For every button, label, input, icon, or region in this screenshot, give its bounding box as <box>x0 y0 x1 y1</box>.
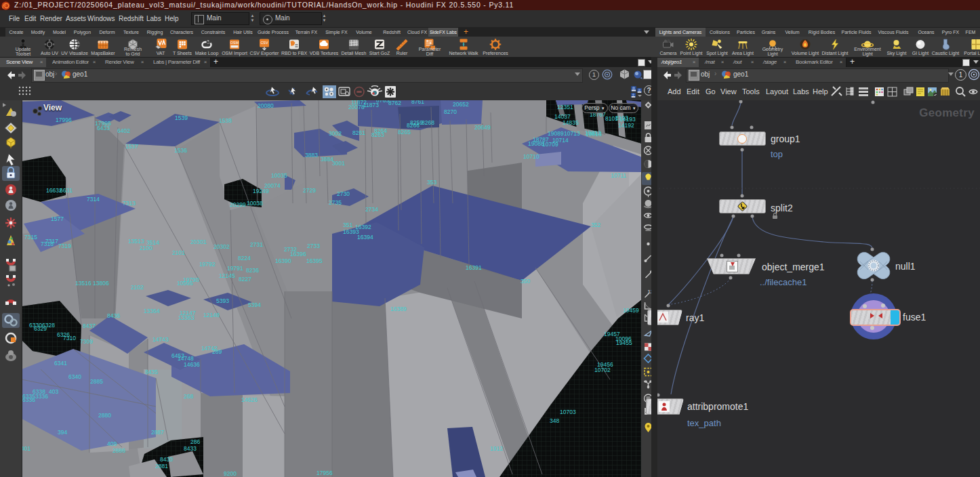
svg-text:12145: 12145 <box>219 272 235 279</box>
svg-text:2730: 2730 <box>337 190 350 197</box>
svg-text:350: 350 <box>520 278 530 285</box>
svg-text:10710: 10710 <box>523 153 539 160</box>
svg-text:8436: 8436 <box>107 312 120 319</box>
svg-text:2880: 2880 <box>98 412 111 419</box>
svg-text:13516: 13516 <box>75 280 91 287</box>
svg-text:5394: 5394 <box>248 302 261 308</box>
svg-text:7313: 7313 <box>123 200 136 207</box>
svg-text:3336: 3336 <box>35 393 48 400</box>
svg-text:1539: 1539 <box>175 115 188 121</box>
svg-text:13363: 13363 <box>178 314 195 321</box>
svg-text:6433: 6433 <box>97 125 110 131</box>
svg-text:16389: 16389 <box>390 306 407 312</box>
svg-text:19813: 19813 <box>586 131 602 138</box>
svg-text:3002: 3002 <box>329 130 342 137</box>
svg-text:13513: 13513 <box>128 238 144 245</box>
svg-text:12351: 12351 <box>557 104 573 110</box>
svg-text:8761: 8761 <box>411 100 424 105</box>
svg-text:10709: 10709 <box>542 141 558 148</box>
svg-text:17956: 17956 <box>317 470 333 476</box>
svg-text:19459: 19459 <box>623 307 639 314</box>
svg-text:6340: 6340 <box>68 373 81 380</box>
svg-text:16396: 16396 <box>290 251 306 257</box>
svg-text:19790: 19790 <box>183 276 199 283</box>
svg-text:8224: 8224 <box>238 255 251 262</box>
svg-text:16391: 16391 <box>466 264 482 271</box>
svg-text:2102: 2102 <box>131 284 144 291</box>
svg-text:8430: 8430 <box>160 456 173 463</box>
svg-text:352: 352 <box>591 222 600 228</box>
svg-text:14743: 14743 <box>152 336 169 343</box>
svg-text:19249: 19249 <box>253 188 269 194</box>
svg-text:6329: 6329 <box>34 325 47 332</box>
svg-text:19455: 19455 <box>616 339 632 346</box>
svg-text:19792: 19792 <box>199 261 216 268</box>
svg-text:6336: 6336 <box>22 396 35 403</box>
svg-text:10711: 10711 <box>611 172 626 179</box>
svg-text:289: 289 <box>212 348 222 355</box>
svg-text:19089: 19089 <box>548 130 564 137</box>
svg-text:2101: 2101 <box>172 249 185 256</box>
svg-text:2885: 2885 <box>90 378 103 385</box>
svg-text:8261: 8261 <box>352 129 365 136</box>
svg-text:2731: 2731 <box>250 241 263 248</box>
svg-text:8762: 8762 <box>388 100 401 106</box>
svg-text:10702: 10702 <box>594 367 611 373</box>
svg-text:9200: 9200 <box>224 470 237 477</box>
svg-text:8268: 8268 <box>422 119 434 126</box>
svg-text:2887: 2887 <box>151 429 164 436</box>
svg-text:19791: 19791 <box>227 265 243 272</box>
svg-text:394: 394 <box>58 429 67 436</box>
svg-text:7314: 7314 <box>87 196 100 203</box>
svg-text:268: 268 <box>184 393 193 400</box>
svg-text:10038: 10038 <box>247 200 263 207</box>
svg-text:8435: 8435 <box>145 369 158 375</box>
svg-text:8437: 8437 <box>83 323 96 329</box>
svg-text:2100: 2100 <box>140 245 152 251</box>
svg-text:2729: 2729 <box>303 187 316 194</box>
svg-text:CSV: CSV <box>260 41 268 45</box>
svg-text:2734: 2734 <box>365 206 378 213</box>
svg-text:8236: 8236 <box>246 267 259 274</box>
svg-text:6402: 6402 <box>117 127 130 134</box>
svg-text:16395: 16395 <box>306 257 323 264</box>
svg-text:7309: 7309 <box>80 338 93 345</box>
svg-text:10035: 10035 <box>271 172 287 179</box>
svg-text:8433: 8433 <box>184 445 197 452</box>
svg-text:14192: 14192 <box>618 122 634 129</box>
svg-text:286: 286 <box>190 438 200 445</box>
svg-text:20078: 20078 <box>348 104 365 110</box>
svg-text:10713: 10713 <box>564 130 580 137</box>
svg-text:1577: 1577 <box>51 215 64 222</box>
svg-text:2733: 2733 <box>307 243 320 249</box>
svg-text:6341: 6341 <box>54 360 67 367</box>
svg-text:11873: 11873 <box>363 102 379 108</box>
svg-text:1538: 1538 <box>219 117 232 124</box>
svg-text:13364: 13364 <box>144 308 160 314</box>
svg-text:12148: 12148 <box>203 312 220 318</box>
svg-text:10703: 10703 <box>560 409 576 415</box>
svg-text:2881: 2881 <box>155 463 168 470</box>
svg-text:2886: 2886 <box>113 447 125 454</box>
svg-text:13806: 13806 <box>93 280 109 287</box>
svg-text:7310: 7310 <box>63 335 76 341</box>
svg-text:14636: 14636 <box>184 361 200 368</box>
svg-text:OSM: OSM <box>230 41 239 45</box>
svg-text:20301: 20301 <box>190 239 207 245</box>
svg-text:14835: 14835 <box>563 119 579 126</box>
svg-text:409: 409 <box>107 440 117 447</box>
svg-text:16394: 16394 <box>357 234 373 241</box>
svg-text:5393: 5393 <box>216 297 229 304</box>
svg-text:1536: 1536 <box>174 147 187 154</box>
svg-text:8227: 8227 <box>239 276 251 283</box>
svg-text:7315: 7315 <box>24 234 37 241</box>
svg-text:20080: 20080 <box>258 102 274 109</box>
svg-text:353: 353 <box>427 179 436 186</box>
svg-text:20652: 20652 <box>453 101 469 108</box>
svg-text:20649: 20649 <box>474 124 491 131</box>
svg-text:6631: 6631 <box>60 187 73 194</box>
svg-text:20302: 20302 <box>213 243 230 250</box>
svg-text:7318: 7318 <box>41 241 54 247</box>
svg-text:348: 348 <box>550 417 559 424</box>
svg-text:403: 403 <box>49 388 58 395</box>
